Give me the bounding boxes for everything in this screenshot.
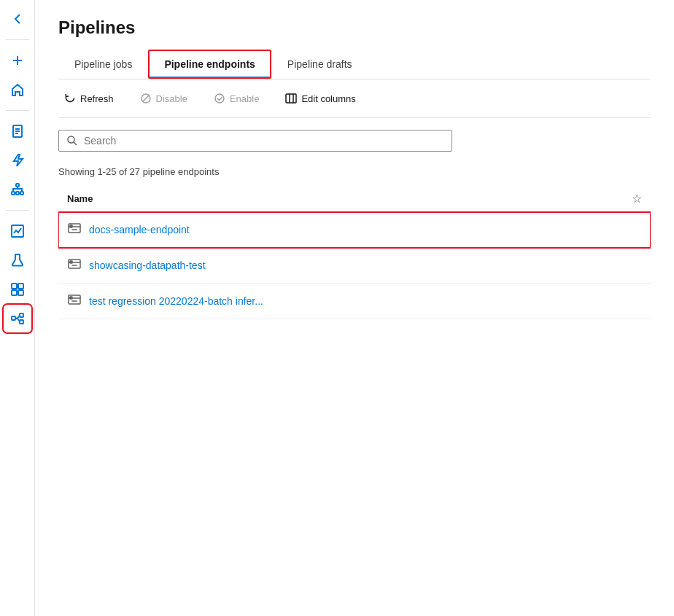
svg-rect-10 xyxy=(12,316,15,320)
table-row[interactable]: docs-sample-endpoint xyxy=(58,212,651,248)
toolbar: Refresh Disable Enable Edit columns xyxy=(58,79,651,118)
search-input[interactable] xyxy=(84,135,444,147)
svg-rect-20 xyxy=(70,261,72,263)
tab-pipeline-endpoints[interactable]: Pipeline endpoints xyxy=(148,50,271,79)
table-row[interactable]: test regression 20220224-batch infer... xyxy=(58,284,651,319)
name-column-header: Name xyxy=(67,193,626,204)
table-header: Name ☆ xyxy=(58,186,651,212)
pipeline-sidebar-icon[interactable] xyxy=(4,305,31,332)
endpoint-icon xyxy=(67,221,82,238)
svg-point-14 xyxy=(215,94,224,103)
svg-rect-2 xyxy=(12,192,15,195)
svg-rect-1 xyxy=(16,184,19,187)
edit-columns-icon xyxy=(285,93,297,104)
endpoint-link[interactable]: test regression 20220224-batch infer... xyxy=(89,295,263,307)
results-info: Showing 1-25 of 27 pipeline endpoints xyxy=(58,166,651,177)
refresh-button[interactable]: Refresh xyxy=(58,90,120,107)
svg-rect-4 xyxy=(20,192,23,195)
sidebar-divider-1 xyxy=(6,39,29,40)
hierarchy-icon[interactable] xyxy=(4,176,31,203)
lightning-settings-icon[interactable] xyxy=(4,147,31,174)
search-icon xyxy=(66,135,78,147)
svg-rect-6 xyxy=(12,284,17,289)
plus-icon[interactable] xyxy=(4,47,31,74)
endpoint-icon xyxy=(67,292,82,310)
grid-icon[interactable] xyxy=(4,276,31,303)
document-icon[interactable] xyxy=(4,118,31,144)
tab-pipeline-jobs[interactable]: Pipeline jobs xyxy=(58,50,148,79)
main-content: Pipelines Pipeline jobs Pipeline endpoin… xyxy=(35,0,674,616)
flask-icon[interactable] xyxy=(4,247,31,273)
svg-rect-18 xyxy=(70,225,72,227)
svg-rect-9 xyxy=(18,290,23,295)
star-column-header[interactable]: ☆ xyxy=(632,192,642,206)
home-icon[interactable] xyxy=(4,77,31,103)
refresh-icon xyxy=(64,93,76,104)
svg-rect-11 xyxy=(20,313,23,317)
disable-icon xyxy=(140,93,152,104)
chart-icon[interactable] xyxy=(4,218,31,244)
svg-rect-8 xyxy=(12,290,17,295)
tabs-container: Pipeline jobs Pipeline endpoints Pipelin… xyxy=(58,50,651,79)
svg-rect-7 xyxy=(18,284,23,289)
svg-rect-22 xyxy=(70,297,72,299)
svg-rect-15 xyxy=(286,94,296,103)
disable-button[interactable]: Disable xyxy=(134,90,193,107)
enable-icon xyxy=(214,93,225,104)
search-box[interactable] xyxy=(58,130,452,152)
search-container xyxy=(58,130,651,152)
table-area: Name ☆ docs-sample-endpoint sh xyxy=(58,186,651,616)
endpoint-link[interactable]: docs-sample-endpoint xyxy=(89,224,190,235)
endpoint-link[interactable]: showcasing-datapath-test xyxy=(89,260,206,271)
svg-rect-3 xyxy=(16,192,19,195)
edit-columns-button[interactable]: Edit columns xyxy=(279,90,361,107)
sidebar xyxy=(0,0,35,616)
tab-pipeline-drafts[interactable]: Pipeline drafts xyxy=(271,50,368,79)
page-title: Pipelines xyxy=(58,17,651,38)
sidebar-divider-2 xyxy=(6,110,29,111)
table-row[interactable]: showcasing-datapath-test xyxy=(58,248,651,284)
back-icon[interactable] xyxy=(4,6,31,32)
svg-rect-12 xyxy=(20,320,23,324)
endpoint-icon xyxy=(67,257,82,274)
sidebar-divider-3 xyxy=(6,210,29,211)
enable-button[interactable]: Enable xyxy=(208,90,265,107)
